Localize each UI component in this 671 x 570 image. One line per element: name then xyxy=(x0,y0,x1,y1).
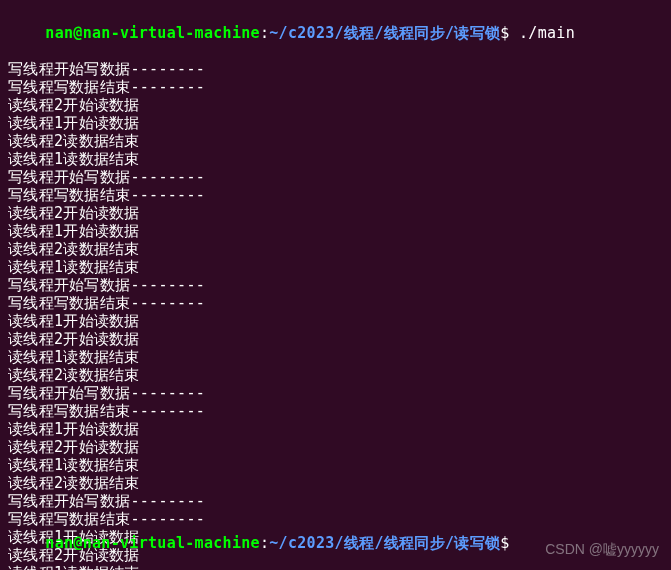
terminal-line: 读线程2开始读数据 xyxy=(8,330,663,348)
terminal-line: 写线程开始写数据-------- xyxy=(8,384,663,402)
terminal-line: 写线程写数据结束-------- xyxy=(8,186,663,204)
terminal-line: 读线程1开始读数据 xyxy=(8,312,663,330)
terminal-line: 读线程2读数据结束 xyxy=(8,240,663,258)
terminal-line: 写线程写数据结束-------- xyxy=(8,402,663,420)
prompt-line: nan@nan-virtual-machine:~/c2023/线程/线程同步/… xyxy=(8,6,663,60)
prompt-sep: : xyxy=(260,24,269,42)
terminal-output[interactable]: nan@nan-virtual-machine:~/c2023/线程/线程同步/… xyxy=(8,6,663,570)
terminal-line: 写线程开始写数据-------- xyxy=(8,276,663,294)
terminal-line: 读线程2读数据结束 xyxy=(8,474,663,492)
terminal-line: 写线程写数据结束-------- xyxy=(8,294,663,312)
terminal-line: 读线程2开始读数据 xyxy=(8,438,663,456)
prompt-user-bottom: nan@nan-virtual-machine xyxy=(45,534,260,552)
prompt-user: nan@nan-virtual-machine xyxy=(45,24,260,42)
terminal-line: 读线程1读数据结束 xyxy=(8,258,663,276)
terminal-line: 读线程1开始读数据 xyxy=(8,420,663,438)
terminal-line: 读线程2读数据结束 xyxy=(8,132,663,150)
prompt-path-bottom: ~/c2023/线程/线程同步/读写锁 xyxy=(269,534,500,552)
terminal-line: 写线程开始写数据-------- xyxy=(8,492,663,510)
terminal-line: 读线程1读数据结束 xyxy=(8,348,663,366)
terminal-line: 读线程2开始读数据 xyxy=(8,204,663,222)
watermark: CSDN @嘘yyyyyy xyxy=(545,541,659,558)
terminal-line: 读线程1开始读数据 xyxy=(8,114,663,132)
terminal-line: 写线程开始写数据-------- xyxy=(8,60,663,78)
terminal-line: 读线程1读数据结束 xyxy=(8,150,663,168)
prompt-symbol-bottom: $ xyxy=(500,534,509,552)
prompt-path: ~/c2023/线程/线程同步/读写锁 xyxy=(269,24,500,42)
terminal-line: 读线程2开始读数据 xyxy=(8,96,663,114)
terminal-line: 读线程2读数据结束 xyxy=(8,366,663,384)
prompt-symbol: $ xyxy=(500,24,509,42)
terminal-line: 写线程写数据结束-------- xyxy=(8,78,663,96)
prompt-sep-bottom: : xyxy=(260,534,269,552)
prompt-line-bottom: nan@nan-virtual-machine:~/c2023/线程/线程同步/… xyxy=(8,516,510,570)
prompt-command: ./main xyxy=(510,24,575,42)
terminal-line: 读线程1开始读数据 xyxy=(8,222,663,240)
terminal-line: 读线程1读数据结束 xyxy=(8,456,663,474)
terminal-line: 写线程开始写数据-------- xyxy=(8,168,663,186)
